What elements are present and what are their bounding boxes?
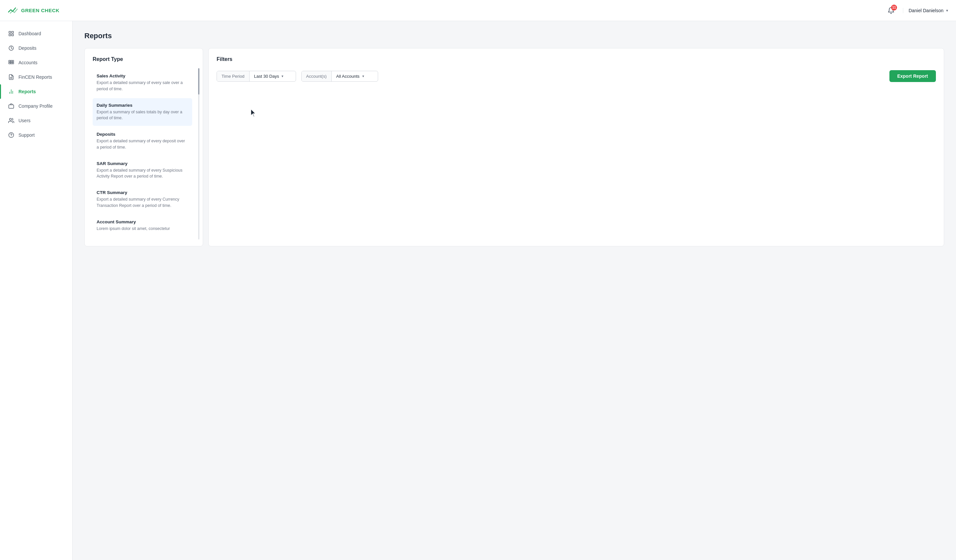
- sidebar: Dashboard Deposits Accounts: [0, 21, 72, 560]
- time-period-value: Last 30 Days: [254, 74, 279, 79]
- user-name: Daniel Danielson: [909, 8, 943, 13]
- sidebar-item-reports[interactable]: Reports: [0, 84, 72, 99]
- notification-badge: 11: [891, 5, 897, 11]
- svg-rect-9: [11, 62, 12, 64]
- cursor-icon: [250, 108, 258, 118]
- users-icon: [8, 117, 14, 124]
- time-period-label: Time Period: [217, 71, 250, 82]
- report-item-deposits[interactable]: Deposits Export a detailed summary of ev…: [93, 127, 192, 155]
- svg-rect-10: [12, 62, 14, 64]
- report-item-title-daily: Daily Summaries: [97, 103, 188, 108]
- svg-rect-0: [9, 31, 11, 33]
- report-item-desc-sar: Export a detailed summary of every Suspi…: [97, 167, 188, 180]
- support-icon: [8, 132, 14, 138]
- header: GREEN CHECK 11 Daniel Danielson ▾: [0, 0, 956, 21]
- svg-rect-6: [11, 60, 12, 62]
- sidebar-label-support: Support: [19, 132, 35, 138]
- time-period-filter[interactable]: Time Period Last 30 Days ▾: [217, 71, 296, 82]
- accounts-value: All Accounts: [336, 74, 360, 79]
- sidebar-label-dashboard: Dashboard: [19, 31, 41, 36]
- svg-rect-2: [12, 34, 14, 36]
- scrollbar-thumb[interactable]: [198, 68, 200, 94]
- report-item-account-summary[interactable]: Account Summary Lorem ipsum dolor sit am…: [93, 215, 192, 237]
- sidebar-item-support[interactable]: Support: [0, 128, 72, 142]
- accounts-icon: [8, 59, 14, 66]
- report-list: Sales Activity Export a detailed summary…: [93, 69, 195, 238]
- fincen-icon: [8, 74, 14, 80]
- user-area[interactable]: Daniel Danielson ▾: [903, 8, 948, 13]
- dashboard-icon: [8, 30, 14, 37]
- page-title: Reports: [84, 31, 944, 40]
- scrollbar-track[interactable]: [198, 68, 200, 240]
- sidebar-item-accounts[interactable]: Accounts: [0, 55, 72, 70]
- logo-area: GREEN CHECK: [8, 6, 59, 14]
- filters-title: Filters: [217, 56, 936, 62]
- header-right: 11 Daniel Danielson ▾: [884, 4, 948, 17]
- report-type-title: Report Type: [93, 56, 195, 62]
- report-item-sar-summary[interactable]: SAR Summary Export a detailed summary of…: [93, 157, 192, 185]
- svg-rect-8: [9, 62, 11, 64]
- cursor-indicator: [250, 108, 936, 119]
- report-item-daily-summaries[interactable]: Daily Summaries Export a summary of sale…: [93, 98, 192, 126]
- filters-panel: Filters Time Period Last 30 Days ▾ Accou…: [208, 48, 944, 246]
- panels-row: Report Type Sales Activity Export a deta…: [84, 48, 944, 246]
- accounts-label: Account(s): [302, 71, 332, 82]
- report-item-title-deposits: Deposits: [97, 132, 188, 137]
- sidebar-label-accounts: Accounts: [19, 60, 38, 65]
- app-name: GREEN CHECK: [21, 8, 59, 13]
- report-item-ctr-summary[interactable]: CTR Summary Export a detailed summary of…: [93, 185, 192, 213]
- time-period-chevron-icon: ▾: [281, 74, 283, 78]
- svg-point-17: [9, 118, 11, 120]
- sidebar-label-reports: Reports: [19, 89, 36, 94]
- accounts-select[interactable]: All Accounts ▾: [332, 71, 378, 82]
- company-icon: [8, 103, 14, 109]
- svg-rect-5: [9, 60, 11, 62]
- filters-row: Time Period Last 30 Days ▾ Account(s) Al…: [217, 70, 936, 82]
- sidebar-item-dashboard[interactable]: Dashboard: [0, 27, 72, 41]
- reports-icon: [8, 88, 14, 95]
- accounts-chevron-icon: ▾: [362, 74, 364, 78]
- sidebar-item-users[interactable]: Users: [0, 113, 72, 128]
- report-item-desc-sales: Export a detailed summary of every sale …: [97, 80, 188, 92]
- svg-rect-7: [12, 60, 14, 62]
- sidebar-label-fincen: FinCEN Reports: [19, 74, 52, 80]
- main-content: Reports Report Type Sales Activity Expor…: [72, 21, 956, 560]
- app-body: Dashboard Deposits Accounts: [0, 21, 956, 560]
- sidebar-item-company-profile[interactable]: Company Profile: [0, 99, 72, 113]
- report-item-desc-deposits: Export a detailed summary of every depos…: [97, 138, 188, 151]
- accounts-filter[interactable]: Account(s) All Accounts ▾: [301, 71, 378, 82]
- logo-icon: [8, 6, 19, 14]
- sidebar-item-fincen[interactable]: FinCEN Reports: [0, 70, 72, 84]
- report-type-panel: Report Type Sales Activity Export a deta…: [84, 48, 203, 246]
- report-item-title-sales: Sales Activity: [97, 74, 188, 78]
- svg-rect-16: [9, 105, 14, 108]
- report-item-title-ctr: CTR Summary: [97, 190, 188, 195]
- report-item-title-sar: SAR Summary: [97, 161, 188, 166]
- sidebar-label-company-profile: Company Profile: [19, 104, 53, 109]
- notification-button[interactable]: 11: [884, 4, 898, 17]
- svg-rect-3: [9, 34, 11, 36]
- report-item-desc-daily: Export a summary of sales totals by day …: [97, 109, 188, 122]
- time-period-select[interactable]: Last 30 Days ▾: [250, 71, 296, 82]
- report-item-desc-ctr: Export a detailed summary of every Curre…: [97, 196, 188, 209]
- report-item-sales-activity[interactable]: Sales Activity Export a detailed summary…: [93, 69, 192, 97]
- sidebar-label-deposits: Deposits: [19, 45, 36, 51]
- report-item-title-account: Account Summary: [97, 220, 188, 224]
- sidebar-item-deposits[interactable]: Deposits: [0, 41, 72, 55]
- export-report-button[interactable]: Export Report: [889, 70, 936, 82]
- user-chevron-icon: ▾: [946, 8, 948, 13]
- deposits-icon: [8, 45, 14, 52]
- svg-rect-1: [12, 31, 14, 33]
- report-item-desc-account: Lorem ipsum dolor sit amet, consectetur …: [97, 226, 188, 232]
- sidebar-label-users: Users: [19, 118, 31, 123]
